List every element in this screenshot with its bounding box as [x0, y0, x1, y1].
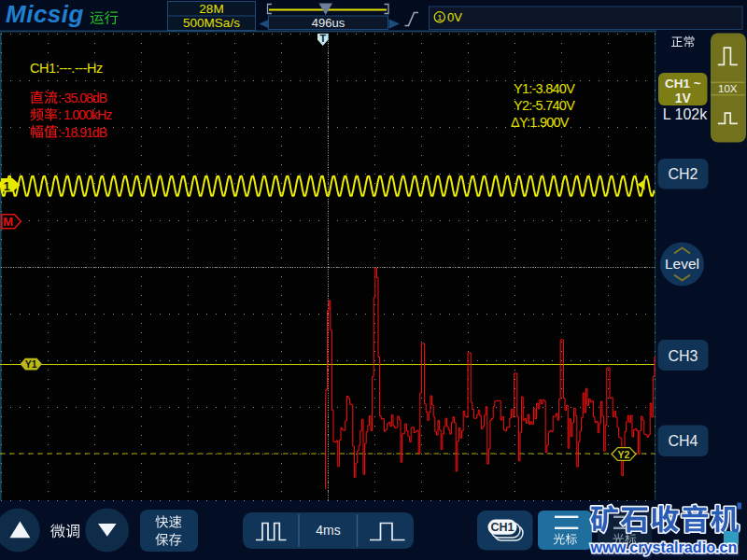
svg-text:1: 1: [4, 180, 10, 193]
svg-text:CH2: CH2: [668, 166, 698, 182]
svg-text:4ms: 4ms: [316, 523, 340, 538]
svg-text::-18.91dB: :-18.91dB: [58, 125, 107, 140]
svg-text:CH4: CH4: [668, 433, 698, 449]
svg-text:Micsig: Micsig: [6, 0, 84, 28]
svg-text:496us: 496us: [312, 16, 345, 30]
svg-text:Y1:-3.840V: Y1:-3.840V: [514, 81, 575, 96]
svg-text:Y2: Y2: [618, 449, 630, 460]
svg-text:Y2:-5.740V: Y2:-5.740V: [514, 98, 575, 113]
svg-text:CH3: CH3: [668, 348, 698, 364]
svg-text:CH1:---.---Hz: CH1:---.---Hz: [30, 61, 103, 76]
svg-text:L 102k: L 102k: [663, 106, 708, 122]
svg-text:1: 1: [437, 12, 442, 22]
svg-text:M: M: [3, 215, 13, 229]
svg-text:www.crystalradio.cn: www.crystalradio.cn: [590, 539, 738, 555]
svg-text:CH1: CH1: [490, 521, 514, 534]
svg-text:T: T: [319, 33, 326, 44]
svg-text:28M: 28M: [199, 2, 223, 16]
svg-text:: 1.000kHz: : 1.000kHz: [58, 107, 112, 122]
svg-text:500MSa/s: 500MSa/s: [183, 16, 240, 30]
svg-text:Level: Level: [665, 256, 699, 272]
svg-text:0V: 0V: [447, 10, 462, 24]
svg-text:CH1 ~: CH1 ~: [665, 77, 701, 91]
svg-text:1V: 1V: [675, 91, 692, 105]
svg-text:Y1: Y1: [25, 358, 37, 370]
svg-text:10X: 10X: [718, 83, 738, 94]
svg-text::-35.08dB: :-35.08dB: [58, 91, 107, 105]
svg-text:ΔY:1.900V: ΔY:1.900V: [511, 115, 570, 130]
